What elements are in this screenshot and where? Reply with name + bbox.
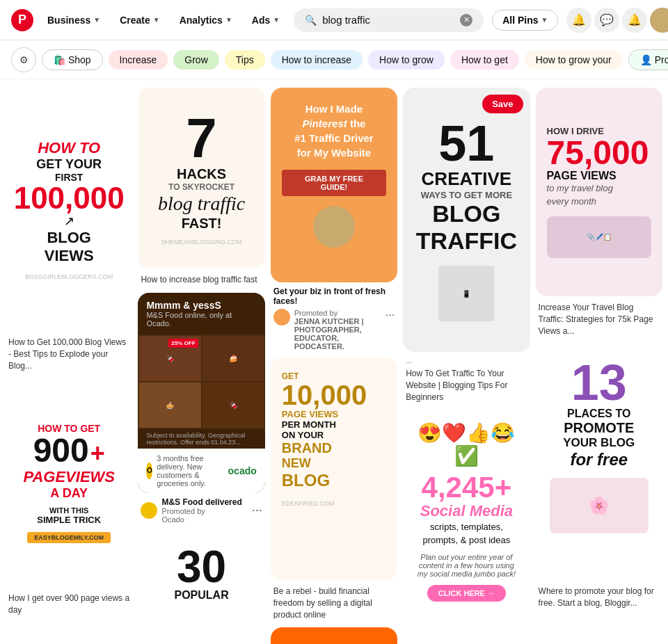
pin-brand: JENNA KUTCHER | PHOTOGRAPHER, EDUCATOR, … xyxy=(294,317,381,351)
pin-brand-new: BRAND xyxy=(282,440,332,456)
more-options-button[interactable]: ··· xyxy=(385,309,395,321)
pin-food-brand: Mmmm & yessS xyxy=(146,300,256,311)
pin-card-promo[interactable]: Mmmm & yessS M&S Food online, only at Oc… xyxy=(138,293,264,528)
pin-desk-image: 📎🖊️📋 xyxy=(547,216,651,258)
pin-blog: BLOG xyxy=(14,229,125,247)
pin-to-skyrocket: TO SKYROCKET xyxy=(168,182,234,192)
search-input[interactable] xyxy=(322,14,454,26)
pin-description: scripts, templates,prompts, & post ideas xyxy=(423,520,511,547)
chip-how-to-grow[interactable]: How to grow xyxy=(368,50,445,70)
pin-new: NEW xyxy=(282,456,311,471)
discount-badge: 25% OFF xyxy=(168,339,198,348)
pin-card[interactable]: 7 HACKS TO SKYROCKET blog traffic FAST! … xyxy=(138,88,264,287)
pin-url: SHEMEANBLOGGING.COM xyxy=(161,239,242,245)
nav-analytics[interactable]: Analytics ▼ xyxy=(174,10,238,30)
pin-image: Mmmm & yessS M&S Food online, only at Oc… xyxy=(138,293,264,493)
pin-card-promo[interactable]: How I MadePinterest the#1 Traffic Driver… xyxy=(271,88,397,352)
chip-shop[interactable]: 🛍️ Shop xyxy=(42,49,103,70)
pin-a-day: A DAY xyxy=(50,486,88,501)
chevron-down-icon: ▼ xyxy=(541,16,548,24)
pin-url: EASYBLOGEMILY.COM xyxy=(27,532,111,543)
pin-to-my: to my travel blogevery month xyxy=(547,182,613,207)
pin-caption: M&S Food delivered xyxy=(161,497,241,507)
nav-ads[interactable]: Ads ▼ xyxy=(246,10,285,30)
pin-card[interactable]: HOW I DRIVE 75,000 PAGE VIEWS to my trav… xyxy=(536,88,662,338)
pin-caption: ··· How To Get Traffic To Your Website |… xyxy=(403,352,530,405)
chip-tips[interactable]: Tips xyxy=(225,50,265,70)
pin-card[interactable]: HOW TO GET 900 + PAGEVIEWS A DAY WITH TH… xyxy=(6,378,132,618)
search-icon: 🔍 xyxy=(305,15,317,26)
pin-hacks: HACKS xyxy=(177,166,226,182)
pin-image: How I MadePinterest the#1 Traffic Driver… xyxy=(271,88,397,282)
pin-card[interactable]: 13 PLACES TO PROMOTE YOUR BLOG for free … xyxy=(536,344,662,611)
pin-flower-image: 🌸 xyxy=(550,478,649,533)
pin-caption: Where to promote your blog for free. Sta… xyxy=(536,580,662,611)
promo-avatar xyxy=(141,502,157,519)
pin-subheadline: GET YOUR xyxy=(14,157,125,172)
pin-caption: Increase Your Travel Blog Traffic: Strat… xyxy=(536,296,662,338)
alert-icon[interactable]: 🔔 xyxy=(622,8,647,33)
pin-card[interactable]: 30 POPULAR xyxy=(138,533,264,613)
pin-popular: POPULAR xyxy=(149,589,253,602)
pin-blog-traffic: blog traffic xyxy=(158,192,245,216)
save-button[interactable]: Save xyxy=(482,95,523,113)
pin-page-views: PAGE VIEWS xyxy=(282,409,338,419)
pin-food-disclaimer: Subject to availability. Geographical re… xyxy=(138,429,264,449)
pin-image: audible BE INSPIRED xyxy=(271,627,397,644)
pin-card[interactable]: audible BE INSPIRED xyxy=(271,627,397,644)
pin-promoted-by: Promoted by xyxy=(294,309,381,317)
pin-number-51: 51 xyxy=(438,118,494,168)
pin-image: HOW TO GET 900 + PAGEVIEWS A DAY WITH TH… xyxy=(6,378,132,587)
pin-ways: WAYS TO GET MORE xyxy=(421,190,512,200)
chevron-down-icon: ▼ xyxy=(93,16,100,24)
pins-grid: HOW TO GET YOUR FIRST 100,000 ↗ BLOG VIE… xyxy=(0,79,668,644)
pin-simple-trick: SIMPLE TRICK xyxy=(37,515,101,525)
nav-business[interactable]: Business ▼ xyxy=(42,10,106,30)
chevron-down-icon: ▼ xyxy=(153,16,160,24)
pin-image: 30 POPULAR xyxy=(138,533,264,613)
pin-promoted-by: Promoted by xyxy=(161,507,241,515)
pin-promote: PROMOTE xyxy=(564,420,634,436)
chip-how-to-get[interactable]: How to get xyxy=(450,50,519,70)
pin-title: How I MadePinterest the#1 Traffic Driver… xyxy=(294,102,373,160)
pin-click-here-button[interactable]: CLICK HERE → xyxy=(427,585,506,602)
chip-increase[interactable]: Increase xyxy=(109,50,168,70)
chip-how-to-grow-your[interactable]: How to grow your xyxy=(525,50,623,70)
pin-card[interactable]: 😍❤️👍😂✅ 4,245+ Social Media scripts, temp… xyxy=(403,410,530,644)
pin-dots-menu[interactable]: ··· xyxy=(406,357,412,368)
all-pins-button[interactable]: All Pins ▼ xyxy=(492,10,558,31)
pin-headline: HOW TO xyxy=(14,139,125,157)
search-clear-button[interactable]: ✕ xyxy=(460,14,472,26)
pin-card[interactable]: HOW TO GET YOUR FIRST 100,000 ↗ BLOG VIE… xyxy=(6,88,132,373)
chip-how-to-increase[interactable]: How to increase xyxy=(271,50,363,70)
pin-cta-button[interactable]: GRAB MY FREE GUIDE! xyxy=(282,170,386,196)
ocado-logo: ocado xyxy=(228,465,257,476)
pin-blog-traffic: BLOGTRAFFIC xyxy=(416,200,517,255)
chat-icon[interactable]: 💬 xyxy=(594,8,619,33)
pinterest-logo[interactable]: P xyxy=(11,9,33,31)
pin-emoji-row: 😍❤️👍😂✅ xyxy=(414,421,518,467)
notification-bell-icon[interactable]: 🔔 xyxy=(566,8,591,33)
nav-create[interactable]: Create ▼ xyxy=(114,10,166,30)
pin-image: 51 CREATIVE WAYS TO GET MORE BLOGTRAFFIC… xyxy=(403,88,530,352)
chip-grow[interactable]: Grow xyxy=(173,50,218,70)
filter-settings-button[interactable]: ⚙ xyxy=(11,47,36,72)
pin-image: HOW TO GET YOUR FIRST 100,000 ↗ BLOG VIE… xyxy=(6,88,132,331)
promo-avatar xyxy=(273,309,290,325)
avatar[interactable] xyxy=(650,8,668,33)
pin-caption: Get your biz in front of fresh faces! xyxy=(273,287,395,306)
chip-profiles[interactable]: 👤 Profiles xyxy=(628,49,668,70)
pin-on-your: ON YOUR xyxy=(282,430,324,440)
pin-your-blog: YOUR BLOG xyxy=(563,436,635,450)
pin-free-delivery: 3 months free delivery. New customers & … xyxy=(157,454,228,488)
pin-per-month: PER MONTH xyxy=(282,419,336,430)
ocado-logo-circle: O xyxy=(146,462,152,479)
pin-card[interactable]: 51 CREATIVE WAYS TO GET MORE BLOGTRAFFIC… xyxy=(403,88,530,405)
pin-image: 13 PLACES TO PROMOTE YOUR BLOG for free … xyxy=(536,344,662,580)
pin-plus: + xyxy=(90,439,105,468)
pin-card[interactable]: GET 10,000 PAGE VIEWS PER MONTH ON YOUR … xyxy=(271,357,397,622)
pin-image: GET 10,000 PAGE VIEWS PER MONTH ON YOUR … xyxy=(271,357,397,580)
more-options-button[interactable]: ··· xyxy=(252,503,262,517)
header: P Business ▼ Create ▼ Analytics ▼ Ads ▼ … xyxy=(0,0,668,40)
pin-blog: BLOG xyxy=(282,471,330,490)
